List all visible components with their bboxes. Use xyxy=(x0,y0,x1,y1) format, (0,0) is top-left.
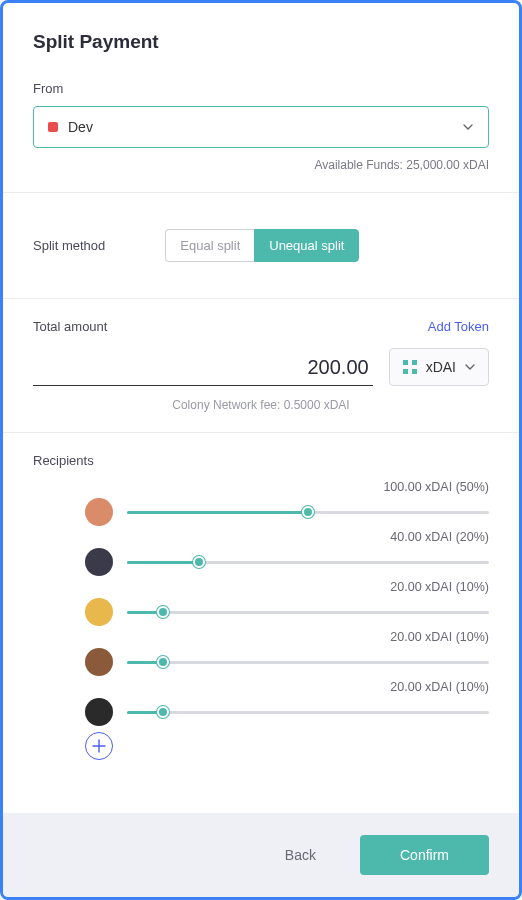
slider-thumb[interactable] xyxy=(157,656,169,668)
allocation-slider[interactable] xyxy=(127,602,489,622)
slider-thumb[interactable] xyxy=(157,606,169,618)
recipient-slider-row xyxy=(85,598,489,626)
recipients-list: 100.00 xDAI (50%) 40.00 xDAI (20%) 20.00… xyxy=(33,480,489,726)
recipient-allocation: 20.00 xDAI (10%) xyxy=(85,630,489,644)
allocation-slider[interactable] xyxy=(127,702,489,722)
svg-rect-0 xyxy=(403,360,408,365)
total-amount-header: Total amount Add Token xyxy=(33,319,489,334)
svg-rect-1 xyxy=(412,360,417,365)
xdai-icon xyxy=(402,359,418,375)
recipient-allocation: 100.00 xDAI (50%) xyxy=(85,480,489,494)
equal-split-button[interactable]: Equal split xyxy=(165,229,254,262)
avatar[interactable] xyxy=(85,648,113,676)
split-payment-modal: Split Payment From Dev Available Funds: … xyxy=(0,0,522,900)
confirm-button[interactable]: Confirm xyxy=(360,835,489,875)
recipient-row: 100.00 xDAI (50%) xyxy=(33,480,489,526)
page-title: Split Payment xyxy=(33,31,489,53)
avatar[interactable] xyxy=(85,548,113,576)
total-amount-label: Total amount xyxy=(33,319,107,334)
recipient-allocation: 20.00 xDAI (10%) xyxy=(85,680,489,694)
recipient-slider-row xyxy=(85,648,489,676)
network-fee: Colony Network fee: 0.5000 xDAI xyxy=(33,398,489,412)
modal-footer: Back Confirm xyxy=(3,813,519,897)
recipient-slider-row xyxy=(85,698,489,726)
slider-thumb[interactable] xyxy=(302,506,314,518)
chevron-down-icon xyxy=(464,361,476,373)
token-symbol: xDAI xyxy=(426,359,456,375)
allocation-slider[interactable] xyxy=(127,652,489,672)
recipient-row: 20.00 xDAI (10%) xyxy=(33,630,489,676)
team-color-dot xyxy=(48,122,58,132)
recipient-slider-row xyxy=(85,498,489,526)
recipient-row: 20.00 xDAI (10%) xyxy=(33,680,489,726)
recipient-allocation: 20.00 xDAI (10%) xyxy=(85,580,489,594)
slider-thumb[interactable] xyxy=(157,706,169,718)
unequal-split-button[interactable]: Unequal split xyxy=(254,229,359,262)
avatar[interactable] xyxy=(85,498,113,526)
back-button[interactable]: Back xyxy=(257,835,344,875)
allocation-slider[interactable] xyxy=(127,552,489,572)
chevron-down-icon xyxy=(462,121,474,133)
recipient-row: 20.00 xDAI (10%) xyxy=(33,580,489,626)
avatar[interactable] xyxy=(85,698,113,726)
from-select[interactable]: Dev xyxy=(33,106,489,148)
recipients-label: Recipients xyxy=(33,453,489,468)
from-label: From xyxy=(33,81,489,96)
modal-content: Split Payment From Dev Available Funds: … xyxy=(3,3,519,813)
split-method-label: Split method xyxy=(33,238,105,253)
recipient-allocation: 40.00 xDAI (20%) xyxy=(85,530,489,544)
token-select[interactable]: xDAI xyxy=(389,348,489,386)
divider xyxy=(3,298,519,299)
allocation-slider[interactable] xyxy=(127,502,489,522)
divider xyxy=(3,192,519,193)
split-method-toggle: Equal split Unequal split xyxy=(165,229,359,262)
add-recipient-button[interactable] xyxy=(85,732,113,760)
split-method-section: Split method Equal split Unequal split xyxy=(33,213,489,278)
avatar[interactable] xyxy=(85,598,113,626)
amount-input[interactable] xyxy=(33,350,373,386)
recipient-slider-row xyxy=(85,548,489,576)
amount-row: xDAI xyxy=(33,348,489,386)
add-token-button[interactable]: Add Token xyxy=(428,319,489,334)
divider xyxy=(3,432,519,433)
available-funds: Available Funds: 25,000.00 xDAI xyxy=(33,158,489,172)
slider-thumb[interactable] xyxy=(193,556,205,568)
svg-rect-2 xyxy=(403,369,408,374)
from-selected-value: Dev xyxy=(68,119,93,135)
svg-rect-3 xyxy=(412,369,417,374)
recipient-row: 40.00 xDAI (20%) xyxy=(33,530,489,576)
